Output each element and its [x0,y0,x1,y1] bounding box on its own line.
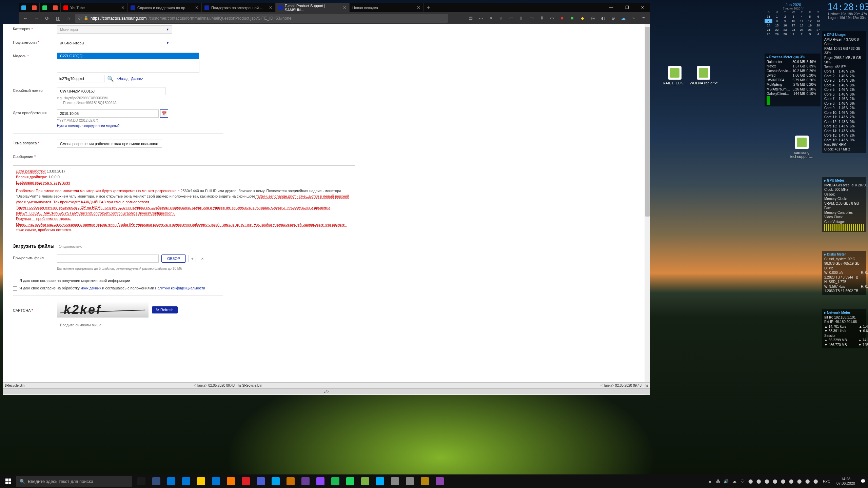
taskbar-search[interactable]: 🔍 Введите здесь текст для поиска [16,476,132,487]
add-file-button[interactable]: + [189,255,196,262]
ext2-icon[interactable]: ▭ [527,14,536,23]
taskbar-app[interactable] [388,474,402,488]
menu-button[interactable]: ≡ [639,14,648,23]
maximize-button[interactable]: ❐ [619,3,635,12]
taskbar-app[interactable] [403,474,417,488]
captcha-input[interactable] [57,321,111,329]
overflow-icon[interactable]: » [629,14,638,23]
tray-icon[interactable]: ⬤ [804,477,811,485]
tray-icon[interactable]: 🔊 [723,477,730,485]
marketing-checkbox[interactable] [13,279,17,283]
taskbar-app[interactable] [179,474,193,488]
tray-icon[interactable]: ⬤ [755,477,763,485]
pocket-icon[interactable]: ▾ [486,14,496,23]
model-next[interactable]: Далее> [131,77,143,81]
taskbar-app[interactable] [418,474,432,488]
taskbar-app[interactable] [433,474,447,488]
browse-button[interactable]: ОБЗОР [161,255,186,263]
taskbar-app[interactable] [224,474,238,488]
model-option[interactable]: C27HG70QQI [57,53,199,59]
taskbar-app[interactable] [358,474,372,488]
bookmark-icon[interactable]: ☆ [496,14,506,23]
model-help-link[interactable]: Нужна помощь в определении модели? [57,124,120,128]
close-icon[interactable]: ✕ [417,5,420,10]
policy-link[interactable]: Политики конфиденциальности [155,286,205,290]
tray-icon[interactable]: ⬤ [747,477,754,485]
start-button[interactable] [0,474,16,488]
desktop-icon-raid[interactable]: RAID1_LUK… [659,66,690,85]
minimize-button[interactable]: — [604,3,619,12]
tab-whatsapp[interactable] [40,3,50,12]
privacy-checkbox[interactable] [13,286,17,291]
attach-path[interactable] [57,255,159,263]
taskbar-app[interactable] [209,474,223,488]
taskbar-app[interactable] [149,474,163,488]
taskbar-app[interactable] [239,474,253,488]
download-icon[interactable]: ⬇ [537,14,547,23]
taskbar-app[interactable] [313,474,328,488]
taskbar-app[interactable] [328,474,342,488]
reader-icon[interactable]: ▤ [466,14,475,23]
taskbar-clock[interactable]: 14:2807.06.2020 [834,477,858,486]
date-input[interactable] [57,109,159,118]
listbox-model[interactable]: C27HG70QQI [57,53,199,73]
url-bar[interactable]: 🛡 🔒 https://contactus.samsung.com/custom… [75,14,448,23]
mydata-link[interactable]: моих данных [81,286,101,290]
tab-4[interactable] [50,3,61,12]
desktop-icon-samsung[interactable]: samsung techsupport… [787,136,817,159]
taskbar-app[interactable] [194,474,208,488]
remove-file-button[interactable]: × [199,255,206,262]
serial-input[interactable] [57,87,165,95]
taskbar-app[interactable] [283,474,298,488]
message-textarea[interactable]: Дата разработки: 13.03.2017 Версия драйв… [13,165,355,233]
tab-samsung-email[interactable]: Поддержка по электронной …✕ [202,3,276,12]
taskbar-app[interactable] [254,474,268,488]
taskbar-app[interactable] [164,474,178,488]
select-category[interactable]: Мониторы▼ [57,25,172,34]
select-subcategory[interactable]: ЖК-мониторы▼ [57,39,172,47]
tray-icon[interactable]: ⬤ [780,477,787,485]
subject-input[interactable] [57,140,162,148]
close-icon[interactable]: ✕ [121,5,125,10]
page-scrollbar[interactable] [645,24,650,395]
captcha-refresh-button[interactable]: ↻ Refresh [152,306,178,313]
close-button[interactable]: ✕ [635,3,650,12]
more-icon[interactable]: ⋯ [476,14,486,23]
ext9-icon[interactable]: ⊕ [608,14,618,23]
tab-samsung-form[interactable]: E-mail Product Support | SAMSUN…✕ [276,3,350,12]
ext5-icon[interactable]: ■ [568,14,577,23]
library-icon[interactable]: ⊪ [517,14,526,23]
model-search-input[interactable] [57,75,104,82]
close-icon[interactable]: ✕ [343,5,347,10]
ext1-icon[interactable]: ▭ [507,14,516,23]
action-center-button[interactable]: 💬 [859,477,867,485]
forward-button[interactable]: → [32,14,41,23]
tray-icon[interactable]: ▲ [706,477,714,485]
tray-icon[interactable]: ⬤ [796,477,803,485]
tray-icon[interactable]: ⬤ [788,477,795,485]
tab-2[interactable] [29,3,40,12]
tray-icon[interactable]: ☁ [731,477,738,485]
tray-icon[interactable]: 🛡 [739,477,746,485]
close-icon[interactable]: ✕ [269,5,273,10]
tray-icon[interactable]: ⬤ [771,477,779,485]
ext8-icon[interactable]: ◐ [598,14,608,23]
tray-icon[interactable]: ⬤ [763,477,771,485]
tray-icon[interactable]: ⬤ [812,477,820,485]
taskbar-app[interactable] [343,474,357,488]
tray-icon[interactable]: 🖧 [714,477,722,485]
calendar-button[interactable]: 📅 [160,109,168,118]
taskbar-app[interactable] [134,474,149,488]
taskbar-app[interactable] [269,474,283,488]
lang-indicator[interactable]: РУС [821,479,832,483]
search-icon[interactable]: 🔍 [107,76,114,82]
tab-samsung-help[interactable]: Справка и поддержка по пр…✕ [128,3,202,12]
model-prev[interactable]: <Назад [117,77,129,81]
ext6-icon[interactable]: ◆ [578,14,587,23]
back-button[interactable]: ← [21,14,30,23]
ext4-icon[interactable]: ■ [557,14,567,23]
ext10-icon[interactable]: ☁ [618,14,628,23]
scrollbar-thumb[interactable] [645,27,650,217]
fm-status-2[interactable]: c:\> [3,388,650,394]
new-tab-button[interactable]: + [423,5,433,11]
